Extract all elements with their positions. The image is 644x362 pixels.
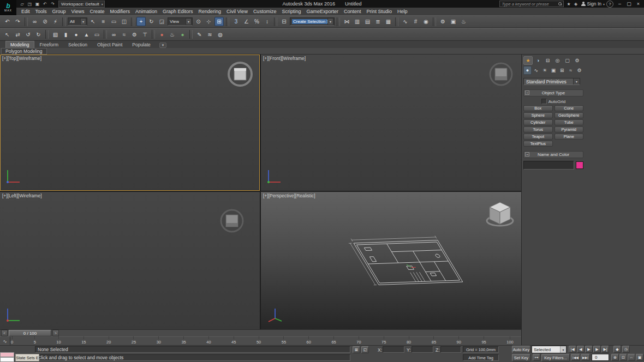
key-selection-dropdown[interactable]: Selected ▾ [532, 346, 567, 353]
go-to-end-button[interactable]: ▶▶| [581, 354, 590, 361]
time-slider-handle[interactable]: 0 / 100 [9, 330, 51, 336]
auto-key-button[interactable]: Auto Key [512, 346, 530, 353]
object-type-button[interactable]: Sphere [523, 112, 553, 118]
bind-to-space-warp-icon[interactable]: ⚡ [51, 17, 60, 26]
schematic-view-icon[interactable]: # [411, 17, 420, 26]
play-animation-button[interactable]: ▶ [585, 346, 593, 353]
rectangular-selection-region-icon[interactable]: ▭ [109, 17, 118, 26]
cursor-arrow-icon[interactable]: ↖ [3, 30, 12, 39]
viewport-label[interactable]: [+][Top][Wireframe] [2, 56, 41, 61]
x-coordinate-field[interactable] [383, 346, 404, 353]
maxscript-mini-listener-macro[interactable] [0, 352, 14, 357]
selection-lock-toggle[interactable]: ⊠ [353, 346, 360, 353]
window-crossing-icon[interactable]: ◫ [120, 17, 129, 26]
rotate-cw-icon[interactable]: ↻ [34, 30, 43, 39]
set-key-button[interactable]: Set Key [512, 354, 530, 361]
gear-icon[interactable]: ⚙ [130, 30, 139, 39]
edit-named-selection-sets-icon[interactable]: ⊟ [279, 17, 289, 26]
select-by-name-icon[interactable]: ≡ [99, 17, 108, 26]
close-button[interactable]: × [634, 1, 643, 8]
viewport-top[interactable]: [+][Top][Wireframe] [0, 55, 260, 191]
layer-manager-icon[interactable]: ▤ [363, 17, 372, 26]
go-to-end-button[interactable]: ▶| [601, 346, 609, 353]
primitive-category-drop[interactable]: Standard Primitives ▾ [523, 78, 580, 85]
z-coordinate-field[interactable] [440, 346, 461, 353]
select-and-link-icon[interactable]: ∞ [30, 17, 39, 26]
track-bar[interactable]: ∿ 05101520253035404550556065707580859095… [0, 336, 521, 345]
search-input[interactable] [501, 1, 558, 7]
snaps-toggle-icon[interactable]: 3 [231, 17, 241, 26]
menu-item[interactable]: Views [69, 9, 87, 14]
waves-icon[interactable]: ≋ [205, 30, 214, 39]
zoom-region-time-icon[interactable]: ⊡ [619, 354, 627, 361]
hammer-icon[interactable]: ⊤ [140, 30, 150, 39]
object-type-button[interactable]: Tube [554, 119, 584, 125]
render-production-icon[interactable]: ♨ [459, 17, 468, 26]
object-name-field[interactable] [523, 161, 574, 170]
help-button[interactable]: ? [606, 1, 613, 8]
next-frame-button[interactable]: ▶ [593, 346, 601, 353]
reference-coordinate-system-dropdown[interactable]: View▾ [168, 17, 193, 26]
undo-icon[interactable]: ↶ [41, 1, 49, 7]
state-sets-window-button[interactable]: State Sets E [15, 354, 39, 361]
object-type-button[interactable]: Box [523, 105, 553, 111]
keyboard-shortcut-override-icon[interactable]: ⊞ [214, 17, 224, 26]
menu-item[interactable]: Edit [19, 9, 33, 14]
communication-center-icon[interactable]: ◈ [573, 1, 580, 7]
next-frame-arrow[interactable]: > [52, 330, 59, 336]
cylinder-icon[interactable]: ▮ [61, 30, 70, 39]
plane-icon[interactable]: ▭ [92, 30, 102, 39]
minimize-button[interactable]: – [615, 1, 624, 8]
percent-snap-icon[interactable]: % [252, 17, 261, 26]
ribbon-tab[interactable]: Object Paint [93, 41, 127, 48]
open-file-icon[interactable]: ◳ [26, 1, 33, 7]
collapse-icon[interactable]: − [525, 90, 529, 95]
spinner-snap-icon[interactable]: ↕ [263, 17, 272, 26]
people-icon[interactable]: ◍ [216, 30, 225, 39]
align-icon[interactable]: ▥ [353, 17, 362, 26]
viewcube[interactable] [485, 199, 515, 233]
object-type-button[interactable]: GeoSphere [554, 112, 584, 118]
wave-icon[interactable]: ≈ [120, 30, 129, 39]
viewport-label[interactable]: [+][Front][Wireframe] [263, 56, 306, 61]
redo-icon[interactable]: ↷ [49, 1, 56, 7]
chain-link-icon[interactable]: ∞ [109, 30, 118, 39]
select-and-manipulate-icon[interactable]: ⊹ [204, 17, 213, 26]
collapse-icon[interactable]: − [525, 152, 529, 156]
select-and-scale-icon[interactable]: ◲ [157, 17, 166, 26]
key-tangent-icon[interactable]: ◆ [613, 346, 621, 353]
application-menu-button[interactable]: b MAX [0, 0, 16, 15]
name-color-rollout-header[interactable]: − Name and Color [523, 151, 583, 158]
use-pivot-point-center-icon[interactable]: ⊙ [194, 17, 203, 26]
unlink-selection-icon[interactable]: ⊘ [40, 17, 50, 26]
previous-frame-button[interactable]: ◀ [577, 346, 585, 353]
save-file-icon[interactable]: ▣ [34, 1, 41, 7]
menu-item[interactable]: Group [50, 9, 69, 14]
menu-item[interactable]: Scripting [279, 9, 303, 14]
search-icon[interactable] [558, 2, 562, 6]
pan-time-icon[interactable]: ⇔ [628, 354, 635, 361]
shaded-box-icon[interactable]: ▧ [51, 30, 60, 39]
ribbon-tab[interactable]: Modeling [5, 41, 34, 48]
geometry-category[interactable]: ● [523, 66, 532, 75]
previous-frame-arrow[interactable]: < [1, 330, 8, 336]
maximize-button[interactable]: ▢ [624, 1, 634, 8]
ribbon-tab[interactable]: Populate [128, 41, 155, 48]
object-type-rollout-header[interactable]: − Object Type [523, 89, 583, 96]
zoom-in-time-icon[interactable]: ⊕ [611, 354, 619, 361]
menu-item[interactable]: Create [87, 9, 107, 14]
new-scene-icon[interactable]: ▱ [19, 1, 26, 7]
green-sphere-icon[interactable]: ● [178, 30, 187, 39]
menu-item[interactable]: Civil View [224, 9, 251, 14]
angle-snap-icon[interactable]: ∠ [242, 17, 251, 26]
menu-item[interactable]: GameExporter [303, 9, 341, 14]
object-type-button[interactable]: Pyramid [554, 126, 584, 132]
key-filters-button[interactable]: Key Filters... [541, 354, 570, 361]
motion-tab[interactable]: ◎ [553, 56, 562, 65]
ribbon-tab[interactable]: Freeform [35, 41, 63, 48]
select-and-rotate-icon[interactable]: ↻ [147, 17, 156, 26]
ribbon-minimize-icon[interactable]: ▾ [159, 43, 167, 48]
menu-item[interactable]: Customize [251, 9, 279, 14]
autogrid-checkbox[interactable] [541, 99, 547, 104]
display-tab[interactable]: ▢ [563, 56, 572, 65]
